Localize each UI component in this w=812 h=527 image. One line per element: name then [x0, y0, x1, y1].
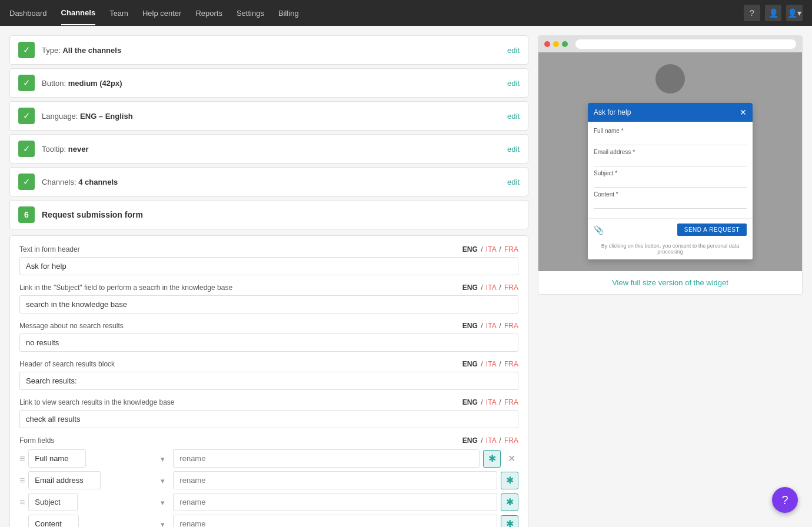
- lang-fra-search-header[interactable]: FRA: [504, 360, 518, 368]
- lang-fra-header[interactable]: FRA: [504, 245, 518, 254]
- edit-link-tooltip[interactable]: edit: [507, 145, 520, 154]
- rename-input-fullname[interactable]: [173, 449, 480, 468]
- required-btn-content[interactable]: ✱: [501, 515, 518, 528]
- account-icon-btn[interactable]: 👤▾: [786, 5, 803, 21]
- user-icon-btn[interactable]: 👤: [765, 5, 781, 21]
- widget-field-content: Content *: [594, 191, 747, 209]
- drag-handle-subject[interactable]: ≡: [19, 497, 25, 508]
- field-row-subject: ≡ Subject ✱: [19, 493, 518, 511]
- floating-widget-btn[interactable]: ?: [772, 487, 798, 513]
- widget-input-subject[interactable]: [594, 178, 747, 188]
- rename-input-content[interactable]: [173, 515, 497, 527]
- field-row-email: ≡ Email address ✱: [19, 471, 518, 489]
- form-row-subject-link: Link in the "Subject" field to perform a…: [19, 283, 518, 313]
- widget-input-fullname[interactable]: [594, 136, 747, 145]
- widget-label-fullname: Full name *: [594, 128, 747, 134]
- view-full-link[interactable]: View full size version of the widget: [538, 271, 802, 294]
- lang-ita-no-results[interactable]: ITA: [486, 322, 496, 330]
- main-container: ✓ Type: All the channels edit ✓ Button: …: [0, 26, 812, 527]
- input-subject-link[interactable]: [19, 295, 518, 313]
- edit-link-language[interactable]: edit: [507, 112, 520, 121]
- input-text-form-header[interactable]: [19, 257, 518, 275]
- widget-input-email[interactable]: [594, 157, 747, 166]
- left-col: ✓ Type: All the channels edit ✓ Button: …: [9, 35, 528, 527]
- widget-label-subject: Subject *: [594, 170, 747, 176]
- lang-eng-search-header[interactable]: ENG: [462, 360, 478, 368]
- rename-input-subject[interactable]: [173, 493, 497, 511]
- edit-link-button[interactable]: edit: [507, 79, 520, 88]
- dot-yellow: [553, 41, 559, 47]
- lang-fra-subject[interactable]: FRA: [504, 283, 518, 292]
- rename-input-email[interactable]: [173, 471, 497, 489]
- field-rows: ≡ Full name ✱ ✕ ≡: [19, 449, 518, 527]
- widget-footer: 📎 SEND A REQUEST: [588, 218, 753, 241]
- lang-fra-view-results[interactable]: FRA: [504, 398, 518, 406]
- widget-input-content[interactable]: [594, 199, 747, 209]
- top-nav: Dashboard Channels Team Help center Repo…: [0, 0, 812, 26]
- lang-ita-view-results[interactable]: ITA: [486, 398, 496, 406]
- attach-icon[interactable]: 📎: [594, 225, 604, 235]
- widget-label-email: Email address *: [594, 149, 747, 155]
- form-row-search-header: Header of search results block ENG / ITA…: [19, 360, 518, 390]
- widget-popup: Ask for help ✕ Full name * Email address…: [588, 103, 753, 259]
- field-select-email[interactable]: Email address: [28, 471, 101, 489]
- check-icon-tooltip: ✓: [18, 141, 35, 157]
- lang-ita-subject[interactable]: ITA: [486, 283, 496, 292]
- setting-label-button: Button: medium (42px): [42, 79, 507, 88]
- form-row-fields: Form fields ENG / ITA / FRA ≡: [19, 436, 518, 527]
- lang-eng-header[interactable]: ENG: [462, 245, 478, 254]
- check-icon-language: ✓: [18, 108, 35, 124]
- setting-row-tooltip: ✓ Tooltip: never edit: [9, 134, 528, 164]
- input-search-header[interactable]: [19, 372, 518, 390]
- field-select-wrap-subject: Subject: [28, 493, 169, 511]
- widget-send-btn[interactable]: SEND A REQUEST: [677, 224, 747, 236]
- widget-field-subject: Subject *: [594, 170, 747, 188]
- field-select-subject[interactable]: Subject: [28, 493, 78, 511]
- preview-box: Ask for help ✕ Full name * Email address…: [538, 35, 803, 295]
- check-icon-channels: ✓: [18, 174, 35, 190]
- lang-ita-form-fields[interactable]: ITA: [486, 436, 496, 445]
- input-no-results[interactable]: [19, 333, 518, 352]
- nav-channels[interactable]: Channels: [61, 1, 96, 25]
- lang-ita-search-header[interactable]: ITA: [486, 360, 496, 368]
- edit-link-channels[interactable]: edit: [507, 178, 520, 186]
- form-row-no-results: Message about no search results ENG / IT…: [19, 322, 518, 352]
- drag-handle-email[interactable]: ≡: [19, 475, 25, 486]
- form-row-header-text: Text in form header ENG / ITA / FRA: [19, 245, 518, 275]
- nav-settings[interactable]: Settings: [237, 2, 264, 25]
- field-row-fullname: ≡ Full name ✱ ✕: [19, 449, 518, 468]
- label-no-results: Message about no search results: [19, 322, 124, 330]
- setting-row-button: ✓ Button: medium (42px) edit: [9, 68, 528, 98]
- lang-ita-header[interactable]: ITA: [486, 245, 496, 254]
- edit-link-type[interactable]: edit: [507, 46, 520, 55]
- drag-handle-fullname[interactable]: ≡: [19, 453, 25, 464]
- help-icon-btn[interactable]: ?: [744, 5, 760, 21]
- field-select-content[interactable]: Content: [28, 515, 79, 527]
- setting-row-type: ✓ Type: All the channels edit: [9, 35, 528, 65]
- field-select-fullname[interactable]: Full name: [28, 449, 86, 468]
- nav-dashboard[interactable]: Dashboard: [9, 2, 47, 25]
- preview-avatar: [655, 64, 685, 94]
- lang-eng-no-results[interactable]: ENG: [462, 322, 478, 330]
- nav-team[interactable]: Team: [109, 2, 128, 25]
- lang-fra-no-results[interactable]: FRA: [504, 322, 518, 330]
- setting-label-tooltip: Tooltip: never: [42, 145, 507, 154]
- required-btn-email[interactable]: ✱: [501, 472, 518, 489]
- nav-help-center[interactable]: Help center: [142, 2, 181, 25]
- widget-close-btn[interactable]: ✕: [740, 108, 747, 117]
- lang-eng-form-fields[interactable]: ENG: [462, 436, 478, 445]
- required-btn-subject[interactable]: ✱: [501, 493, 518, 511]
- required-btn-fullname[interactable]: ✱: [483, 450, 501, 468]
- lang-fra-form-fields[interactable]: FRA: [504, 436, 518, 445]
- lang-eng-subject[interactable]: ENG: [462, 283, 478, 292]
- form-section: Text in form header ENG / ITA / FRA Link…: [9, 235, 528, 527]
- lang-links-no-results: ENG / ITA / FRA: [462, 322, 518, 330]
- input-view-results[interactable]: [19, 410, 518, 428]
- dot-green: [562, 41, 568, 47]
- lang-eng-view-results[interactable]: ENG: [462, 398, 478, 406]
- remove-btn-fullname[interactable]: ✕: [504, 452, 518, 466]
- form-row-view-results: Link to view search results in the knowl…: [19, 398, 518, 428]
- nav-billing[interactable]: Billing: [278, 2, 299, 25]
- nav-reports[interactable]: Reports: [195, 2, 222, 25]
- label-text-form-header: Text in form header: [19, 245, 80, 254]
